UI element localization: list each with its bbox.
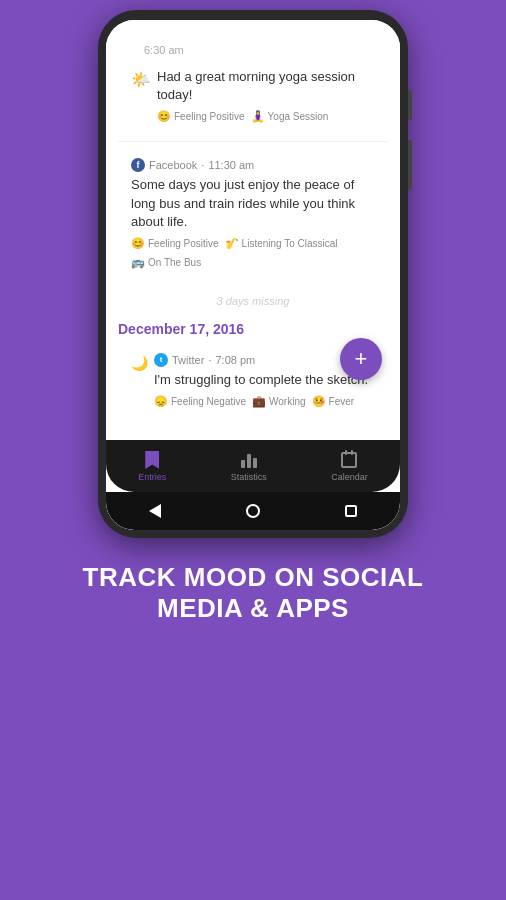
entry-text-1: Had a great morning yoga session today! (157, 68, 378, 104)
nav-item-entries[interactable]: Entries (122, 446, 182, 486)
tag-working: 💼 Working (252, 395, 306, 408)
entry-card-1[interactable]: 🌤️ Had a great morning yoga session toda… (118, 60, 388, 131)
tag-feeling-negative: 😞 Feeling Negative (154, 395, 246, 408)
entry-tags-3: 😞 Feeling Negative 💼 Working 🤒 Fever (154, 395, 378, 408)
divider-1 (118, 141, 388, 142)
home-icon (246, 504, 260, 518)
bar-2 (247, 454, 251, 468)
entry-time-1: 6:30 am (144, 44, 388, 56)
bottom-nav: Entries Statistics Calendar (106, 440, 400, 492)
tag-feeling-positive-1: 😊 Feeling Positive (157, 110, 245, 123)
tag-listening: 🎷 Listening To Classical (225, 237, 338, 250)
recents-button[interactable] (345, 505, 357, 517)
nav-item-statistics[interactable]: Statistics (215, 446, 283, 486)
tag-bus: 🚌 On The Bus (131, 256, 201, 269)
calendar-nav-icon (339, 450, 359, 470)
twitter-icon: t (154, 353, 168, 367)
bar-3 (253, 458, 257, 468)
entries-scroll[interactable]: 6:30 am 🌤️ Had a great morning yoga sess… (106, 44, 400, 440)
phone-screen: 6:30 am 🌤️ Had a great morning yoga sess… (106, 20, 400, 530)
tag-feeling-positive-2: 😊 Feeling Positive (131, 237, 219, 250)
phone-shell: 6:30 am 🌤️ Had a great morning yoga sess… (98, 10, 408, 538)
entry-card-2[interactable]: f Facebook · 11:30 am Some days you just… (118, 150, 388, 277)
statistics-nav-icon (239, 450, 259, 470)
moon-icon: 🌙 (131, 355, 148, 371)
nav-label-entries: Entries (138, 472, 166, 482)
missing-label: 3 days missing (118, 287, 388, 315)
entry-tags-2: 😊 Feeling Positive 🎷 Listening To Classi… (131, 237, 378, 269)
bar-chart-icon (241, 452, 257, 468)
facebook-icon: f (131, 158, 145, 172)
back-button[interactable] (149, 504, 161, 518)
status-bar (106, 20, 400, 44)
home-button[interactable] (246, 504, 260, 518)
fab-button[interactable]: + (340, 338, 382, 380)
back-icon (149, 504, 161, 518)
tag-fever: 🤒 Fever (312, 395, 355, 408)
entry-tags-1: 😊 Feeling Positive 🧘‍♀️ Yoga Session (157, 110, 378, 123)
entries-nav-icon (142, 450, 162, 470)
date-header: December 17, 2016 (118, 321, 388, 337)
entry-text-3: I'm struggling to complete the sketch. (154, 371, 378, 389)
bookmark-icon (145, 451, 159, 469)
entry-icon-1: 🌤️ (131, 70, 151, 89)
entry-text-2: Some days you just enjoy the peace of lo… (131, 176, 378, 231)
tag-yoga: 🧘‍♀️ Yoga Session (251, 110, 329, 123)
calendar-icon (341, 452, 357, 468)
promo-text: TRACK MOOD ON SOCIAL MEDIA & APPS (0, 562, 506, 624)
nav-label-calendar: Calendar (331, 472, 368, 482)
recents-icon (345, 505, 357, 517)
nav-label-statistics: Statistics (231, 472, 267, 482)
bar-1 (241, 460, 245, 468)
nav-item-calendar[interactable]: Calendar (315, 446, 384, 486)
system-nav (106, 492, 400, 530)
entry-header-2: f Facebook · 11:30 am (131, 158, 378, 172)
